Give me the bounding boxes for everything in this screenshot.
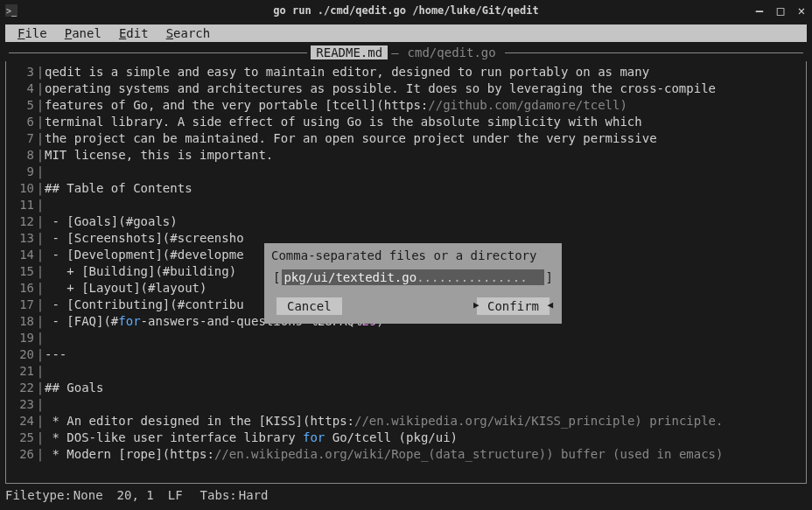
minimize-button[interactable]: —: [752, 3, 766, 17]
editor-line[interactable]: 26| * Modern [rope](https://en.wikipedia…: [6, 445, 806, 462]
terminal-icon: >_: [5, 4, 18, 17]
editor-line[interactable]: 25| * DOS-like user interface library fo…: [6, 429, 806, 445]
editor-line[interactable]: 24| * An editor designed in the [KISS](h…: [6, 412, 806, 429]
status-lineend: LF: [168, 488, 183, 502]
line-content: + [Building](#building): [45, 264, 236, 278]
line-number: 16: [6, 281, 36, 295]
line-content: ## Goals: [45, 381, 103, 395]
line-number: 23: [6, 397, 36, 411]
line-number: 24: [6, 414, 36, 428]
line-number: 14: [6, 248, 36, 262]
line-content: ---: [45, 347, 66, 361]
editor-line[interactable]: 5|features of Go, and the very portable …: [6, 96, 806, 113]
line-number: 12: [6, 214, 36, 228]
line-number: 10: [6, 181, 36, 195]
editor-line[interactable]: 19|: [6, 329, 806, 346]
line-content: qedit is a simple and easy to maintain e…: [45, 65, 649, 79]
close-button[interactable]: ✕: [794, 3, 808, 17]
maximize-button[interactable]: □: [774, 3, 788, 17]
editor-line[interactable]: 11|: [6, 196, 806, 213]
line-number: 22: [6, 381, 36, 395]
line-content: terminal library. A side effect of using…: [45, 115, 642, 129]
editor-line[interactable]: 9|: [6, 163, 806, 179]
line-number: 19: [6, 331, 36, 345]
line-number: 20: [6, 347, 36, 361]
editor-line[interactable]: 8|MIT license, this is important.: [6, 146, 806, 163]
status-tabs: Hard: [239, 488, 269, 502]
line-content: operating systems and architectures as p…: [45, 81, 716, 95]
statusbar: Filetype: None 20, 1 LF Tabs: Hard: [5, 486, 807, 505]
editor-line[interactable]: 21|: [6, 362, 806, 379]
status-tabs-label: Tabs:: [200, 488, 237, 502]
menu-file[interactable]: File: [9, 26, 56, 40]
line-number: 4: [6, 81, 36, 95]
line-number: 17: [6, 297, 36, 311]
line-number: 13: [6, 231, 36, 245]
menubar: File Panel Edit Search: [5, 24, 807, 42]
line-number: 15: [6, 264, 36, 278]
line-content: * An editor designed in the [KISS](https…: [45, 414, 723, 428]
line-content: * DOS-like user interface library for Go…: [45, 430, 458, 444]
open-file-dialog: Comma-separated files or a directory [ p…: [264, 243, 562, 324]
line-number: 26: [6, 447, 36, 461]
line-content: + [Layout](#layout): [45, 281, 206, 295]
window-title: go run ./cmd/qedit.go /home/luke/Git/qed…: [273, 4, 538, 17]
menu-edit[interactable]: Edit: [110, 26, 158, 40]
line-content: - [Goals](#goals): [45, 214, 178, 228]
editor-line[interactable]: 7|the project can be maintained. For an …: [6, 129, 806, 146]
line-content: * Modern [rope](https://en.wikipedia.org…: [45, 447, 723, 461]
editor-line[interactable]: 6|terminal library. A side effect of usi…: [6, 113, 806, 129]
tab-inactive[interactable]: cmd/qedit.go: [402, 45, 501, 59]
dialog-input[interactable]: pkg/ui/textedit.go...............: [282, 269, 543, 285]
status-filetype-label: Filetype:: [5, 488, 72, 502]
line-number: 5: [6, 98, 36, 112]
line-content: features of Go, and the very portable [t…: [45, 98, 627, 112]
line-content: ## Table of Contents: [45, 181, 192, 195]
cancel-button[interactable]: Cancel: [276, 297, 342, 315]
line-content: MIT license, this is important.: [45, 148, 273, 162]
editor-line[interactable]: 23|: [6, 395, 806, 412]
editor-line[interactable]: 22|## Goals: [6, 379, 806, 395]
line-number: 21: [6, 364, 36, 378]
line-number: 11: [6, 198, 36, 212]
window-titlebar: >_ go run ./cmd/qedit.go /home/luke/Git/…: [0, 0, 812, 21]
line-content: the project can be maintained. For an op…: [45, 131, 657, 145]
editor-line[interactable]: 20|---: [6, 346, 806, 362]
line-content: - [Contributing](#contribu: [45, 297, 244, 311]
line-content: - [Screenshots](#screensho: [45, 231, 244, 245]
dialog-title: Comma-separated files or a directory: [271, 248, 555, 262]
editor-line[interactable]: 3|qedit is a simple and easy to maintain…: [6, 63, 806, 80]
editor-line[interactable]: 12| - [Goals](#goals): [6, 213, 806, 229]
editor-line[interactable]: 4|operating systems and architectures as…: [6, 80, 806, 96]
line-number: 25: [6, 430, 36, 444]
line-number: 7: [6, 131, 36, 145]
editor[interactable]: 3|qedit is a simple and easy to maintain…: [5, 61, 807, 483]
tabbar: README.md — cmd/qedit.go: [5, 44, 807, 61]
line-number: 18: [6, 314, 36, 328]
tab-active[interactable]: README.md: [311, 45, 388, 59]
line-number: 9: [6, 164, 36, 178]
editor-line[interactable]: 10|## Table of Contents: [6, 179, 806, 196]
confirm-button[interactable]: Confirm: [477, 297, 550, 315]
menu-search[interactable]: Search: [158, 26, 220, 40]
status-filetype: None: [74, 488, 103, 502]
status-cursor: 20, 1: [117, 488, 154, 502]
line-number: 8: [6, 148, 36, 162]
line-content: - [Development](#developme: [45, 248, 244, 262]
menu-panel[interactable]: Panel: [56, 26, 110, 40]
line-number: 6: [6, 115, 36, 129]
line-number: 3: [6, 65, 36, 79]
